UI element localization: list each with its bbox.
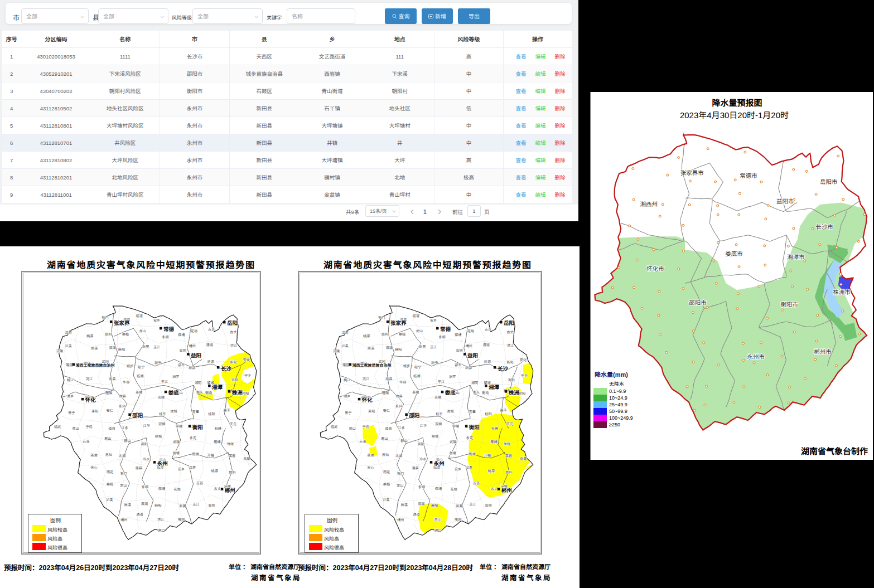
svg-text:永州市: 永州市 (747, 352, 765, 361)
svg-text:溆浦: 溆浦 (386, 345, 393, 350)
svg-text:南县: 南县 (109, 376, 115, 381)
svg-text:通道: 通道 (206, 342, 213, 347)
svg-text:绥宁: 绥宁 (138, 365, 144, 370)
svg-text:蒸湘: 蒸湘 (367, 453, 374, 458)
svg-text:耒阳: 耒阳 (91, 409, 98, 414)
svg-text:江永: 江永 (122, 425, 128, 430)
svg-text:郴州: 郴州 (225, 486, 235, 494)
svg-text:雨湖: 雨湖 (192, 451, 199, 456)
svg-text:安乡: 安乡 (430, 318, 437, 323)
svg-text:赫山: 赫山 (124, 438, 131, 443)
svg-text:湘潭: 湘潭 (489, 383, 500, 391)
svg-text:麻阳: 麻阳 (431, 503, 438, 508)
svg-text:桃源: 桃源 (363, 333, 370, 338)
svg-text:临武: 临武 (54, 424, 61, 429)
svg-text:天心: 天心 (90, 465, 97, 470)
svg-text:娄底: 娄底 (445, 388, 456, 396)
svg-text:湘乡: 湘乡 (67, 393, 74, 399)
svg-text:安仁: 安仁 (383, 408, 390, 413)
svg-text:衡南: 衡南 (205, 390, 212, 395)
svg-text:邵东: 邵东 (455, 362, 461, 367)
svg-text:泸溪: 泸溪 (65, 343, 71, 348)
svg-text:桂阳: 桂阳 (485, 411, 491, 416)
svg-text:怀化: 怀化 (362, 396, 373, 404)
svg-text:雁峰: 雁峰 (490, 439, 497, 444)
svg-text:天心: 天心 (367, 465, 374, 470)
svg-text:吉首: 吉首 (208, 327, 215, 332)
svg-text:石峰: 石峰 (215, 426, 221, 431)
svg-text:汨罗: 汨罗 (172, 374, 179, 379)
svg-text:雁峰: 雁峰 (214, 439, 220, 444)
svg-text:雨花: 雨花 (383, 469, 390, 474)
svg-text:麻阳: 麻阳 (395, 347, 402, 352)
svg-text:会同: 会同 (456, 348, 462, 353)
svg-text:洪江: 洪江 (230, 343, 237, 348)
svg-text:双牌: 双牌 (158, 421, 165, 426)
svg-text:新宁: 新宁 (431, 360, 438, 365)
svg-text:古丈: 古丈 (230, 329, 236, 334)
svg-text:娄底市: 娄底市 (725, 249, 743, 257)
svg-text:通道: 通道 (413, 512, 419, 517)
svg-text:益阳: 益阳 (191, 351, 201, 359)
svg-text:保靖: 保靖 (455, 332, 461, 337)
svg-text:安化: 安化 (520, 357, 527, 362)
svg-text:涟源: 涟源 (207, 359, 214, 364)
svg-text:北湖: 北湖 (395, 453, 402, 458)
svg-text:益阳: 益阳 (467, 351, 478, 359)
svg-text:慈利: 慈利 (105, 332, 112, 337)
svg-text:苏仙: 苏仙 (105, 452, 112, 457)
svg-text:溆浦: 溆浦 (141, 501, 148, 506)
svg-text:石门: 石门 (102, 315, 108, 320)
svg-text:岳阳: 岳阳 (227, 319, 238, 327)
svg-text:古丈: 古丈 (506, 329, 513, 334)
svg-text:保靖: 保靖 (435, 486, 442, 491)
svg-text:汝城: 汝城 (447, 409, 453, 414)
svg-text:浏阳: 浏阳 (231, 377, 238, 382)
svg-text:靖州: 靖州 (397, 517, 404, 522)
svg-text:祁阳: 祁阳 (519, 391, 525, 396)
svg-text:北湖: 北湖 (119, 453, 125, 458)
svg-text:桑植: 桑植 (107, 482, 113, 487)
svg-text:益阳市: 益阳市 (776, 197, 794, 205)
svg-text:永定: 永定 (466, 435, 473, 440)
svg-text:株洲: 株洲 (232, 388, 243, 396)
svg-text:开福: 开福 (207, 453, 214, 458)
svg-text:平江: 平江 (438, 379, 445, 384)
svg-text:邵阳: 邵阳 (408, 411, 419, 419)
svg-text:珠晖: 珠晖 (504, 441, 510, 446)
svg-text:城步: 城步 (403, 363, 410, 368)
svg-text:蓝山: 蓝山 (349, 426, 355, 431)
svg-text:麻阳: 麻阳 (154, 503, 161, 508)
svg-text:岳阳: 岳阳 (504, 319, 514, 327)
svg-text:汉寿: 汉寿 (65, 330, 72, 335)
svg-text:洪江: 洪江 (507, 343, 514, 348)
svg-text:常宁: 常宁 (68, 410, 75, 415)
svg-text:宁远: 宁远 (85, 424, 92, 429)
svg-text:桂东: 桂东 (436, 411, 442, 416)
svg-text:麻阳: 麻阳 (118, 347, 125, 352)
svg-text:保靖: 保靖 (178, 332, 185, 337)
svg-text:湘阴: 湘阴 (471, 380, 478, 385)
svg-text:新晃: 新晃 (456, 503, 463, 508)
svg-text:洪江: 洪江 (434, 517, 441, 522)
svg-text:张家界: 张家界 (114, 319, 130, 327)
svg-text:古丈: 古丈 (491, 486, 498, 491)
svg-text:新宁: 新宁 (154, 360, 161, 365)
svg-text:芙蓉: 芙蓉 (505, 453, 512, 458)
svg-text:华容: 华容 (399, 380, 406, 385)
svg-text:双牌: 双牌 (435, 421, 442, 426)
svg-text:慈利: 慈利 (229, 470, 235, 475)
svg-text:宜章: 宜章 (192, 409, 199, 414)
svg-text:资阳: 资阳 (141, 441, 147, 446)
svg-text:溆浦: 溆浦 (418, 501, 424, 506)
svg-text:慈利: 慈利 (505, 470, 512, 475)
svg-text:石门: 石门 (120, 471, 127, 476)
svg-text:江华: 江华 (420, 423, 427, 428)
svg-text:汉寿: 汉寿 (466, 465, 472, 470)
svg-text:株洲: 株洲 (509, 388, 519, 396)
svg-text:永定: 永定 (190, 435, 196, 440)
svg-text:湘潭市: 湘潭市 (787, 252, 805, 261)
svg-text:汉寿: 汉寿 (342, 330, 349, 335)
svg-text:辰溪: 辰溪 (124, 502, 131, 507)
svg-text:永顺: 永顺 (142, 484, 148, 489)
